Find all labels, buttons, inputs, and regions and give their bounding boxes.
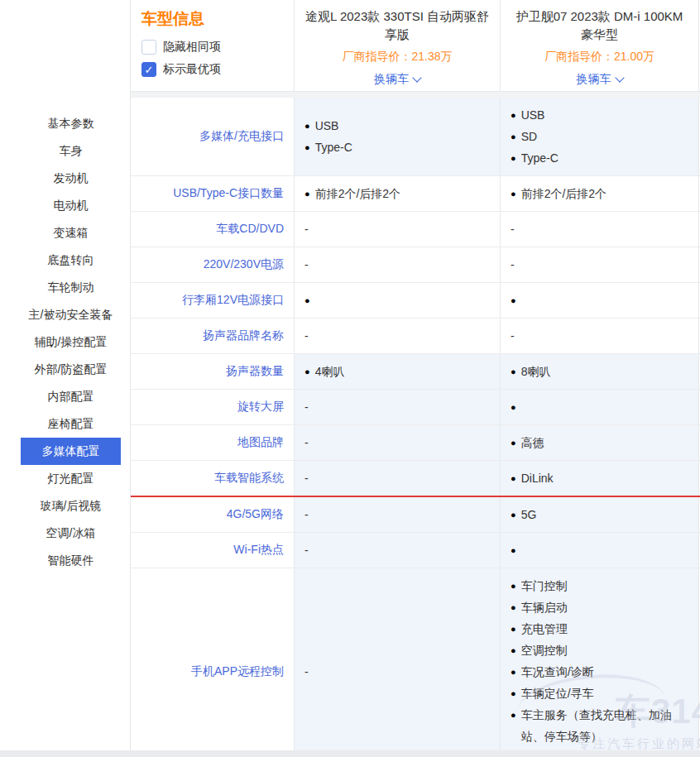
- row-label-link[interactable]: 手机APP远程控制: [191, 664, 284, 679]
- bullet-icon: ●: [511, 147, 516, 169]
- bullet-icon: ●: [511, 539, 516, 561]
- row-label-link[interactable]: 扬声器品牌名称: [203, 328, 284, 343]
- bullet-icon: ●: [304, 137, 310, 158]
- car-column-header-2: 护卫舰07 2023款 DM-i 100KM 豪华型 厂商指导价：21.00万 …: [501, 0, 699, 91]
- row-label-link[interactable]: USB/Type-C接口数量: [173, 186, 284, 201]
- row-label-cell: USB/Type-C接口数量: [131, 176, 295, 211]
- value-item: -: [304, 539, 491, 561]
- table-row: 220V/230V电源--: [131, 247, 700, 283]
- row-label-cell: Wi-Fi热点: [131, 533, 295, 568]
- compare-table: 车型信息 隐藏相同项 ✓ 标示最优项 途观L 2023款 330TSI 自动两驱…: [130, 0, 700, 757]
- value-item: ●高德: [511, 432, 690, 453]
- value-cell: ●前排2个/后排2个: [295, 176, 501, 211]
- bullet-icon: ●: [304, 183, 310, 204]
- bullet-icon: ●: [511, 290, 516, 311]
- mark-best-checkbox[interactable]: ✓ 标示最优项: [141, 62, 294, 77]
- value-cell: ●USB●SD●Type-C: [501, 98, 699, 175]
- horizontal-scrollbar[interactable]: [0, 750, 700, 757]
- value-item: ●: [511, 539, 690, 561]
- sidebar-item[interactable]: 内部配置: [21, 383, 121, 410]
- value-cell: -: [501, 319, 699, 353]
- value-cell: -: [295, 390, 501, 424]
- value-item: -: [304, 432, 491, 453]
- checkbox-label: 标示最优项: [163, 62, 221, 77]
- value-item: ●USB: [304, 115, 491, 137]
- bullet-icon: ●: [511, 183, 516, 204]
- row-label-link[interactable]: 220V/230V电源: [204, 257, 284, 272]
- car-price: 厂商指导价：21.38万: [342, 50, 452, 65]
- checkbox-icon: [141, 40, 156, 55]
- row-label-link[interactable]: 4G/5G网络: [227, 507, 284, 522]
- value-item: -: [304, 218, 491, 240]
- value-cell: ●4喇叭: [295, 354, 501, 389]
- table-row: 扬声器数量●4喇叭●8喇叭: [131, 354, 700, 390]
- sidebar-item[interactable]: 车身: [21, 137, 121, 165]
- row-label-link[interactable]: 旋转大屏: [237, 400, 284, 414]
- sidebar-item[interactable]: 座椅配置: [21, 410, 121, 438]
- sidebar-item[interactable]: 智能硬件: [21, 547, 121, 574]
- car-column-header-1: 途观L 2023款 330TSI 自动两驱舒享版 厂商指导价：21.38万 换辆…: [295, 0, 501, 91]
- value-cell: -: [295, 497, 501, 532]
- sidebar-item[interactable]: 底盘转向: [21, 247, 121, 274]
- change-car-button[interactable]: 换辆车: [577, 72, 623, 87]
- hide-same-checkbox[interactable]: 隐藏相同项: [141, 40, 294, 55]
- car-name: 护卫舰07 2023款 DM-i 100KM 豪华型: [509, 7, 690, 44]
- sidebar-item[interactable]: 空调/冰箱: [21, 520, 121, 547]
- table-row: 车载CD/DVD--: [131, 212, 700, 247]
- value-item: -: [511, 218, 690, 240]
- table-row: 4G/5G网络-●5G: [131, 497, 700, 533]
- sidebar-item[interactable]: 基本参数: [21, 110, 121, 137]
- row-label-cell: 多媒体/充电接口: [131, 98, 295, 175]
- value-cell: ●: [501, 390, 699, 424]
- value-item: ●: [304, 290, 491, 311]
- row-label-link[interactable]: 车载智能系统: [214, 471, 284, 486]
- value-item: ●车辆启动: [511, 596, 690, 618]
- header-divider-band: [130, 92, 700, 98]
- value-cell: ●5G: [501, 497, 699, 532]
- bullet-icon: ●: [511, 640, 516, 661]
- row-label-link[interactable]: 扬声器数量: [226, 364, 284, 379]
- value-item: -: [304, 661, 491, 683]
- sidebar-item[interactable]: 灯光配置: [21, 465, 121, 492]
- check-icon: ✓: [145, 64, 154, 76]
- row-label-cell: 扬声器数量: [131, 354, 295, 389]
- bullet-icon: ●: [511, 361, 516, 382]
- row-label-cell: 扬声器品牌名称: [131, 319, 295, 353]
- row-label-cell: 手机APP远程控制: [131, 568, 295, 757]
- row-label-link[interactable]: 地图品牌: [237, 435, 284, 450]
- value-cell: ●前排2个/后排2个: [501, 176, 699, 211]
- value-item: ●Type-C: [511, 147, 690, 169]
- bullet-icon: ●: [511, 504, 516, 525]
- table-row: 手机APP远程控制-●车门控制●车辆启动●充电管理●空调控制●车况查询/诊断●车…: [131, 568, 700, 757]
- change-car-button[interactable]: 换辆车: [374, 72, 420, 87]
- value-item: ●车门控制: [511, 575, 690, 596]
- row-label-cell: 220V/230V电源: [131, 247, 295, 282]
- checkbox-label: 隐藏相同项: [163, 40, 221, 55]
- sidebar-item[interactable]: 车轮制动: [21, 274, 121, 301]
- row-label-link[interactable]: 行李厢12V电源接口: [182, 293, 284, 308]
- car-name: 途观L 2023款 330TSI 自动两驱舒享版: [303, 7, 491, 44]
- value-cell: -: [295, 568, 501, 757]
- bullet-icon: ●: [511, 661, 516, 683]
- value-item: ●车主服务（查找充电桩、加油站、停车场等）: [511, 704, 690, 747]
- row-label-link[interactable]: Wi-Fi热点: [233, 543, 284, 558]
- value-item: ●Type-C: [304, 137, 491, 158]
- table-row: 地图品牌-●高德: [131, 425, 700, 461]
- sidebar-item[interactable]: 辅助/操控配置: [21, 328, 121, 356]
- value-cell: ●: [501, 283, 699, 318]
- sidebar-item[interactable]: 玻璃/后视镜: [21, 492, 121, 520]
- value-item: ●车况查询/诊断: [511, 661, 690, 683]
- sidebar-item[interactable]: 主/被动安全装备: [21, 301, 121, 328]
- sidebar-item[interactable]: 变速箱: [21, 219, 121, 247]
- row-label-cell: 车载智能系统: [131, 461, 295, 496]
- value-item: -: [511, 325, 690, 347]
- sidebar-item[interactable]: 外部/防盗配置: [21, 356, 121, 383]
- sidebar-item[interactable]: 多媒体配置: [21, 438, 121, 465]
- table-row: USB/Type-C接口数量●前排2个/后排2个●前排2个/后排2个: [131, 176, 700, 212]
- sidebar-item[interactable]: 发动机: [21, 165, 121, 192]
- row-label-link[interactable]: 车载CD/DVD: [216, 222, 284, 237]
- value-cell: ●USB●Type-C: [295, 98, 501, 175]
- value-item: ●SD: [511, 126, 690, 147]
- sidebar-item[interactable]: 电动机: [21, 192, 121, 219]
- row-label-link[interactable]: 多媒体/充电接口: [199, 129, 284, 144]
